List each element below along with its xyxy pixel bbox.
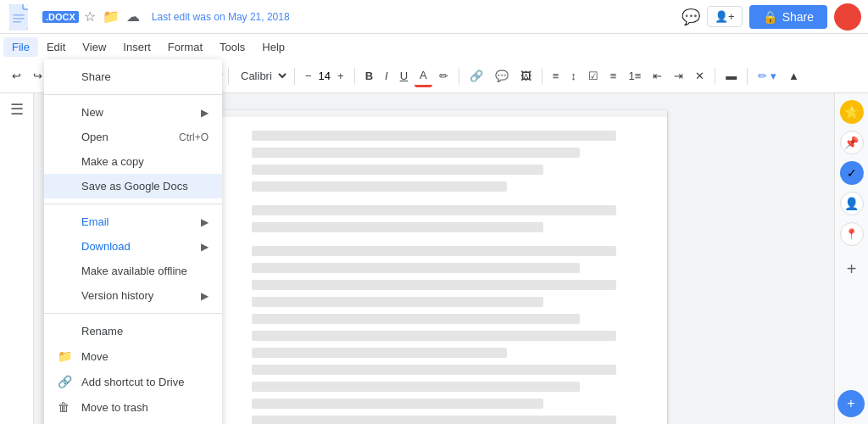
keep-icon[interactable]: 📌 <box>840 131 864 154</box>
italic-button[interactable]: I <box>380 66 393 86</box>
version-history-label: Version history <box>81 289 153 302</box>
dropdown-save-google-docs[interactable]: Save as Google Docs <box>44 174 222 198</box>
bold-button[interactable]: B <box>360 66 378 86</box>
dropdown-move[interactable]: 📁 Move <box>44 343 222 369</box>
doc-ext-badge: .DOCX <box>42 11 79 23</box>
menu-file[interactable]: File <box>3 37 38 57</box>
undo-button[interactable]: ↩ <box>7 66 26 86</box>
rename-label: Rename <box>81 325 123 338</box>
toolbar-separator-3 <box>228 68 229 85</box>
font-size-increase[interactable]: + <box>332 66 349 86</box>
tasks-icon[interactable]: ✓ <box>840 161 864 185</box>
image-button[interactable]: 🖼 <box>515 66 537 86</box>
dropdown-download[interactable]: Download ▶ <box>44 234 222 259</box>
clear-format-button[interactable]: ✕ <box>690 66 709 86</box>
file-dropdown-menu: Share New ▶ Open Ctrl+O Make a copy Save… <box>44 59 222 424</box>
text-line <box>252 165 543 175</box>
more-tools-button[interactable]: ▬ <box>721 66 742 86</box>
increase-indent-button[interactable]: ⇥ <box>669 66 688 86</box>
dropdown-rename[interactable]: Rename <box>44 319 222 343</box>
menu-edit[interactable]: Edit <box>38 37 74 57</box>
text-line <box>252 416 616 424</box>
open-label: Open <box>81 131 108 143</box>
paragraph-gap <box>252 239 616 246</box>
collapse-toolbar-button[interactable]: ▲ <box>783 66 804 86</box>
dropdown-share[interactable]: Share <box>44 64 222 89</box>
font-select[interactable]: Calibri <box>234 67 289 85</box>
dropdown-open[interactable]: Open Ctrl+O <box>44 125 222 149</box>
arrow-icon: ▶ <box>201 216 209 228</box>
paragraph-gap <box>252 198 616 205</box>
comment-toolbar-btn[interactable]: 💬 <box>490 66 514 86</box>
highlight-button[interactable]: ✏ <box>434 66 453 86</box>
dropdown-email[interactable]: Email ▶ <box>44 209 222 234</box>
share-label: Share <box>782 10 814 24</box>
text-color-button[interactable]: A <box>415 65 432 87</box>
cloud-icon[interactable]: ☁ <box>126 8 140 25</box>
menu-view[interactable]: View <box>74 37 114 57</box>
toolbar-separator-8 <box>715 68 715 85</box>
underline-button[interactable]: U <box>395 66 413 86</box>
text-line <box>252 205 616 215</box>
dropdown-move-trash[interactable]: 🗑 Move to trash <box>44 394 222 420</box>
decrease-indent-button[interactable]: ⇤ <box>648 66 667 86</box>
align-button[interactable]: ≡ <box>548 66 565 86</box>
numbered-list-button[interactable]: 1≡ <box>623 66 646 86</box>
contacts-icon[interactable]: 👤 <box>840 192 864 215</box>
doc-page <box>201 110 667 424</box>
menu-tools[interactable]: Tools <box>211 37 253 57</box>
toolbar-separator-5 <box>354 68 355 85</box>
person-add-button[interactable]: 👤+ <box>707 6 743 27</box>
move-label: Move <box>81 350 108 363</box>
dropdown-version-history[interactable]: Version history ▶ <box>44 283 222 308</box>
avatar[interactable] <box>834 3 861 31</box>
link-button[interactable]: 🔗 <box>465 66 488 86</box>
left-panel: ☰ <box>0 93 34 424</box>
text-line <box>252 382 580 392</box>
move-icon: 📁 <box>58 349 73 363</box>
editing-mode-button[interactable]: ✏ ▾ <box>753 66 782 86</box>
maps-icon[interactable]: 📍 <box>840 222 864 246</box>
dropdown-make-copy[interactable]: Make a copy <box>44 149 222 174</box>
add-addon-button[interactable]: + <box>847 259 857 279</box>
text-line <box>252 263 580 273</box>
svg-rect-2 <box>13 14 25 16</box>
text-line <box>252 222 543 232</box>
share-button[interactable]: 🔒 Share <box>749 5 827 29</box>
toolbar-separator-7 <box>542 68 542 85</box>
doc-icon <box>7 3 31 31</box>
text-line <box>252 399 543 409</box>
checklist-button[interactable]: ☑ <box>583 66 604 86</box>
text-line <box>252 314 580 324</box>
font-size-decrease[interactable]: − <box>300 66 317 86</box>
top-bar: .DOCX ☆ 📁 ☁ Last edit was on May 21, 201… <box>0 0 868 34</box>
email-label: Email <box>81 215 109 228</box>
menu-insert[interactable]: Insert <box>114 37 159 57</box>
assistant-button[interactable]: + <box>837 390 865 417</box>
move-trash-label: Move to trash <box>81 401 148 414</box>
doc-outline-icon[interactable]: ☰ <box>10 100 24 119</box>
share-label: Share <box>81 70 111 83</box>
explore-icon[interactable]: ⭐ <box>840 100 864 124</box>
svg-rect-4 <box>13 21 21 23</box>
dropdown-new[interactable]: New ▶ <box>44 100 222 125</box>
divider-3 <box>44 313 222 314</box>
comment-button[interactable]: 💬 <box>682 8 700 26</box>
folder-icon[interactable]: 📁 <box>103 8 120 25</box>
bullet-list-button[interactable]: ≡ <box>605 66 622 86</box>
arrow-icon: ▶ <box>201 241 209 253</box>
last-edit: Last edit was on May 21, 2018 <box>152 11 290 23</box>
dropdown-offline[interactable]: Make available offline <box>44 259 222 283</box>
title-icons: ☆ 📁 ☁ <box>84 8 140 25</box>
menu-help[interactable]: Help <box>253 37 293 57</box>
offline-label: Make available offline <box>81 265 187 277</box>
star-icon[interactable]: ☆ <box>84 8 96 25</box>
divider <box>44 94 222 95</box>
line-spacing-button[interactable]: ↕ <box>565 66 581 86</box>
trash-icon: 🗑 <box>58 400 73 414</box>
top-right-actions: 💬 👤+ 🔒 Share <box>682 3 861 31</box>
text-line <box>252 246 616 256</box>
dropdown-add-shortcut[interactable]: 🔗 Add shortcut to Drive <box>44 369 222 394</box>
menu-format[interactable]: Format <box>159 37 211 57</box>
svg-rect-3 <box>13 18 25 20</box>
